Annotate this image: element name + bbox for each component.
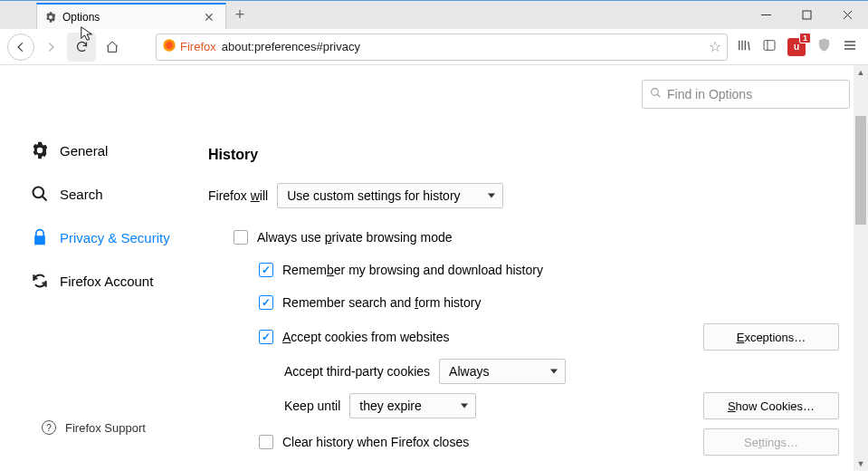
sync-icon	[29, 270, 51, 292]
keep-until-select[interactable]: they expire	[349, 393, 476, 418]
back-button[interactable]	[7, 34, 34, 61]
find-in-options[interactable]: Find in Options	[642, 80, 850, 109]
history-mode-select[interactable]: Use custom settings for history	[277, 183, 503, 208]
sidebar-item-label: Search	[60, 187, 103, 202]
support-label: Firefox Support	[65, 421, 146, 435]
scroll-thumb[interactable]	[855, 116, 866, 225]
accept-cookies-checkbox[interactable]	[259, 330, 273, 344]
svg-rect-1	[803, 11, 811, 19]
svg-point-11	[33, 187, 44, 198]
titlebar: Options ✕ +	[0, 0, 868, 29]
remember-search-label: Remember search and form history	[282, 295, 481, 310]
svg-rect-6	[764, 40, 775, 50]
sidebar-item-label: Firefox Account	[60, 274, 153, 289]
always-private-checkbox[interactable]	[234, 230, 248, 245]
search-icon	[29, 183, 51, 205]
content-area: General Search Privacy & Security Firefo…	[0, 65, 868, 471]
clear-on-close-label: Clear history when Firefox closes	[282, 435, 469, 449]
always-private-label: Always use private browsing mode	[257, 230, 453, 245]
svg-line-14	[657, 94, 660, 97]
url-bar[interactable]: Firefox about:preferences#privacy ☆	[156, 34, 728, 61]
clear-on-close-checkbox[interactable]	[259, 435, 273, 449]
gear-icon	[44, 11, 57, 24]
svg-line-12	[43, 197, 47, 201]
firefox-support-link[interactable]: ? Firefox Support	[42, 420, 146, 435]
vertical-scrollbar[interactable]: ▲ ▼	[854, 65, 868, 471]
remember-browsing-checkbox[interactable]	[259, 263, 273, 277]
search-placeholder: Find in Options	[667, 87, 752, 101]
firefox-will-label: Firefox will	[208, 188, 268, 203]
third-party-select[interactable]: Always	[439, 359, 566, 384]
firefox-logo-icon	[162, 38, 176, 56]
scroll-down-icon[interactable]: ▼	[854, 457, 868, 471]
ublock-badge: 1	[799, 33, 811, 43]
ublock-icon[interactable]: u1	[787, 38, 806, 56]
accept-cookies-label: Accept cookies from websites	[282, 330, 449, 344]
bookmark-star-icon[interactable]: ☆	[709, 38, 721, 55]
svg-point-13	[652, 89, 659, 96]
shield-icon[interactable]	[816, 37, 832, 56]
minimize-button[interactable]	[746, 1, 787, 29]
third-party-label: Accept third-party cookies	[284, 364, 430, 379]
url-brand: Firefox	[180, 40, 216, 53]
section-heading: History	[208, 147, 839, 163]
svg-point-5	[166, 42, 173, 49]
preferences-sidebar: General Search Privacy & Security Firefo…	[0, 65, 208, 471]
menu-button[interactable]	[843, 38, 857, 56]
history-section: History Firefox will Use custom settings…	[208, 147, 839, 460]
home-button[interactable]	[98, 33, 127, 62]
search-icon	[650, 87, 662, 101]
preferences-main: Find in Options History Firefox will Use…	[208, 65, 868, 471]
new-tab-button[interactable]: +	[226, 1, 253, 29]
sidebar-icon[interactable]	[762, 38, 777, 56]
url-address: about:preferences#privacy	[222, 40, 709, 53]
help-icon: ?	[42, 420, 56, 435]
maximize-button[interactable]	[787, 1, 827, 29]
library-icon[interactable]	[737, 38, 751, 56]
browser-tab[interactable]: Options ✕	[36, 3, 226, 29]
show-cookies-button[interactable]: Show Cookies…	[703, 392, 839, 419]
remember-search-checkbox[interactable]	[259, 295, 273, 310]
tab-title: Options	[62, 11, 200, 24]
clear-settings-button: Settings…	[703, 428, 839, 456]
sidebar-item-label: Privacy & Security	[60, 230, 170, 245]
sidebar-item-general[interactable]: General	[29, 129, 208, 172]
scroll-up-icon[interactable]: ▲	[854, 65, 868, 80]
reload-button[interactable]	[67, 33, 96, 62]
lock-icon	[29, 226, 51, 248]
gear-icon	[29, 139, 51, 161]
remember-browsing-label: Remember my browsing and download histor…	[282, 263, 543, 277]
keep-until-label: Keep until	[284, 399, 340, 413]
sidebar-item-account[interactable]: Firefox Account	[29, 259, 208, 303]
sidebar-item-privacy[interactable]: Privacy & Security	[29, 216, 208, 259]
sidebar-item-label: General	[60, 143, 108, 159]
sidebar-item-search[interactable]: Search	[29, 172, 208, 216]
forward-button[interactable]	[36, 33, 65, 62]
close-tab-icon[interactable]: ✕	[200, 10, 218, 24]
close-window-button[interactable]	[827, 1, 868, 29]
window-controls	[746, 1, 868, 29]
nav-toolbar: Firefox about:preferences#privacy ☆ u1	[0, 29, 868, 65]
exceptions-button[interactable]: Exceptions…	[703, 323, 839, 351]
